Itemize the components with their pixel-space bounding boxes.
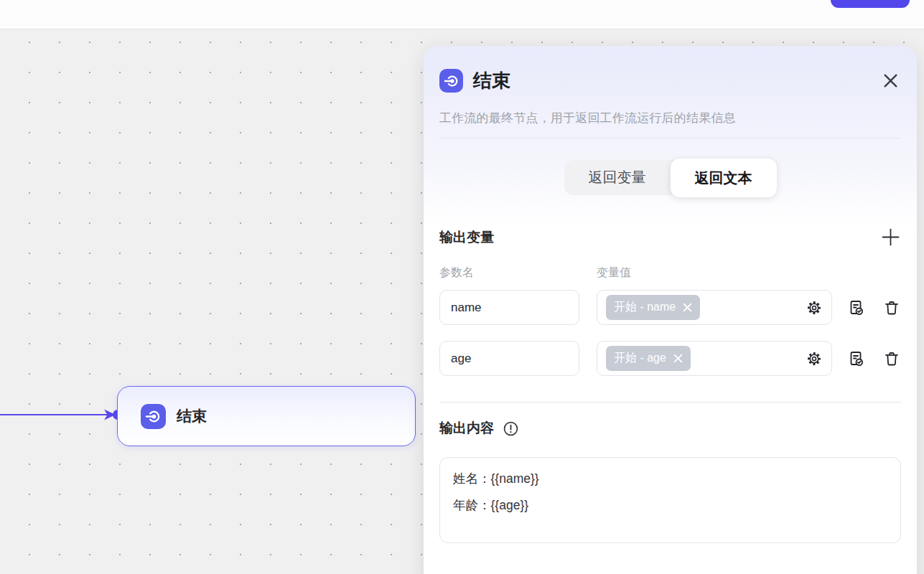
close-panel-button[interactable] — [880, 70, 901, 91]
output-content-line: 姓名：{{name}} — [453, 466, 887, 492]
output-content-line: 年龄：{{age}} — [453, 492, 887, 519]
plus-icon — [882, 228, 900, 246]
end-icon — [141, 404, 166, 429]
top-bar — [0, 0, 924, 29]
variable-row: 开始 - age — [439, 341, 901, 376]
variable-settings-button[interactable] — [806, 350, 823, 367]
tag-label: 开始 - age — [614, 351, 666, 366]
remove-tag-button[interactable] — [683, 303, 692, 312]
node-end-label: 结束 — [177, 406, 207, 426]
output-content-title: 输出内容 — [439, 419, 494, 438]
node-end[interactable]: 结束 — [117, 386, 416, 446]
primary-action-button[interactable] — [831, 0, 910, 8]
variable-reference-tag: 开始 - name — [606, 295, 700, 320]
output-variables-title: 输出变量 — [439, 228, 494, 247]
gear-icon — [806, 300, 822, 316]
tag-label: 开始 - name — [614, 300, 676, 315]
trash-icon — [883, 299, 900, 316]
return-mode-tabs: 返回变量 返回文本 — [439, 160, 901, 195]
doc-check-icon — [848, 299, 865, 316]
panel-header: 结束 — [439, 46, 901, 93]
end-icon — [439, 69, 463, 93]
close-icon — [882, 72, 900, 90]
variable-settings-button[interactable] — [806, 299, 823, 316]
doc-check-icon — [848, 350, 865, 367]
apply-template-button[interactable] — [847, 298, 866, 317]
node-config-panel: 结束 工作流的最终节点，用于返回工作流运行后的结果信息 返回变量 返回文本 输出… — [424, 46, 917, 574]
trash-icon — [883, 350, 900, 367]
delete-variable-button[interactable] — [882, 298, 901, 317]
variable-reference-tag: 开始 - age — [606, 346, 691, 371]
gear-icon — [806, 351, 822, 367]
column-header-name: 参数名 — [439, 265, 579, 281]
edge-connector — [0, 402, 129, 430]
variable-name-input[interactable] — [439, 341, 579, 376]
variable-row: 开始 - name — [439, 290, 901, 325]
tab-group: 返回变量 返回文本 — [564, 160, 777, 195]
output-content-editor[interactable]: 姓名：{{name}} 年龄：{{age}} — [439, 457, 901, 543]
output-content-header: 输出内容 — [439, 419, 901, 438]
variable-value-field[interactable]: 开始 - name — [597, 290, 832, 325]
apply-template-button[interactable] — [847, 349, 866, 368]
variable-column-headers: 参数名 变量值 — [439, 265, 901, 281]
variable-value-field[interactable]: 开始 - age — [597, 341, 832, 376]
close-icon — [683, 303, 692, 312]
remove-tag-button[interactable] — [673, 354, 683, 363]
column-header-value: 变量值 — [597, 265, 631, 281]
close-icon — [673, 354, 683, 363]
delete-variable-button[interactable] — [882, 349, 901, 368]
info-icon[interactable] — [503, 420, 519, 437]
node-description: 工作流的最终节点，用于返回工作流运行后的结果信息 — [439, 110, 901, 126]
add-variable-button[interactable] — [880, 227, 901, 248]
tab-return-variables[interactable]: 返回变量 — [564, 160, 671, 195]
divider — [439, 138, 901, 138]
variable-name-input[interactable] — [439, 290, 579, 325]
tab-return-text[interactable]: 返回文本 — [671, 159, 777, 197]
divider — [439, 402, 901, 403]
panel-title: 结束 — [473, 68, 510, 93]
output-variables-header: 输出变量 — [439, 227, 901, 248]
